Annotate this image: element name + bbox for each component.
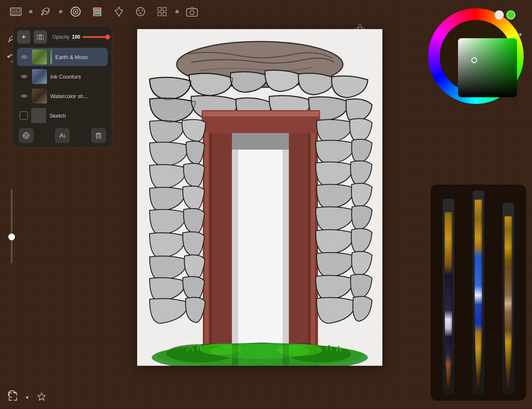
bottom-toolbar: •: [0, 386, 532, 409]
brush-button[interactable]: [66, 2, 85, 21]
svg-point-4: [41, 14, 43, 15]
svg-rect-16: [163, 7, 166, 11]
pens-tray: [431, 185, 526, 401]
grid-button[interactable]: [153, 2, 171, 21]
svg-point-23: [39, 37, 42, 39]
pen-2[interactable]: [475, 200, 482, 391]
svg-rect-10: [94, 14, 101, 16]
opacity-control[interactable]: Opacity 100: [52, 34, 108, 40]
camera-layer-button[interactable]: [34, 30, 47, 44]
layer-thumbnail: [31, 108, 46, 123]
svg-rect-15: [158, 7, 161, 11]
color-wheel-inner: [440, 20, 512, 92]
pen-1[interactable]: [445, 212, 452, 391]
pen-3[interactable]: [505, 216, 512, 391]
gallery-button[interactable]: [7, 2, 25, 21]
svg-point-12: [138, 10, 140, 11]
opacity-label: Opacity: [52, 34, 69, 40]
add-layer-button[interactable]: +: [17, 30, 30, 44]
canvas[interactable]: [137, 29, 382, 366]
svg-rect-53: [232, 150, 238, 366]
svg-rect-43: [232, 133, 289, 366]
svg-rect-42: [203, 111, 319, 116]
layer-name: Watercolor sh...: [50, 93, 105, 99]
svg-point-24: [23, 56, 25, 58]
layers-header: + Opacity 100: [17, 30, 108, 44]
pen-button[interactable]: [110, 2, 128, 21]
svg-rect-18: [163, 12, 166, 16]
layer-color-stripe: [50, 49, 52, 64]
dot1: [29, 10, 32, 13]
color-square[interactable]: [458, 38, 517, 97]
layer-visibility-eye[interactable]: [20, 72, 29, 81]
layer-thumbnail: [32, 49, 47, 64]
svg-point-14: [140, 12, 141, 14]
pen-holder-3: [502, 203, 514, 394]
dot3: [175, 10, 179, 13]
svg-rect-37: [210, 114, 212, 366]
camera-button[interactable]: [183, 2, 201, 21]
svg-rect-3: [12, 13, 20, 15]
layer-name: Earth & Moss: [55, 54, 105, 60]
svg-rect-2: [17, 9, 20, 12]
svg-rect-9: [94, 11, 101, 13]
pen-holder-2: [473, 190, 484, 394]
svg-rect-19: [187, 9, 197, 16]
bottom-dot: •: [26, 393, 29, 402]
svg-point-13: [141, 10, 143, 11]
svg-rect-40: [308, 114, 310, 366]
svg-rect-29: [96, 134, 101, 138]
svg-point-28: [25, 134, 27, 137]
layers-footer: [17, 128, 108, 143]
layer-settings-button[interactable]: [19, 128, 34, 143]
layer-row[interactable]: Watercolor sh...: [17, 87, 108, 105]
svg-point-25: [23, 76, 25, 78]
layer-visibility-eye[interactable]: [20, 52, 29, 62]
svg-point-11: [136, 7, 145, 16]
opacity-bar[interactable]: [83, 36, 108, 38]
layer-row[interactable]: Sketch: [17, 106, 108, 125]
svg-rect-17: [158, 12, 161, 16]
tools-button[interactable]: [37, 2, 55, 21]
layer-visibility-checkbox[interactable]: [20, 111, 28, 120]
svg-rect-52: [232, 133, 289, 150]
layer-row[interactable]: Ink Counturs: [17, 67, 108, 86]
redo-button[interactable]: [3, 386, 20, 402]
layer-delete-button[interactable]: [91, 128, 106, 143]
layer-name: Ink Counturs: [50, 74, 105, 80]
layer-clear-button[interactable]: [55, 128, 70, 143]
layer-thumbnail: [32, 89, 47, 103]
layer-row[interactable]: Earth & Moss: [17, 48, 108, 66]
dot2: [59, 10, 62, 13]
svg-rect-36: [204, 113, 209, 366]
favorites-button[interactable]: [37, 392, 46, 403]
layers-panel: + Opacity 100 Earth & Moss: [12, 26, 112, 148]
svg-rect-54: [283, 150, 289, 366]
svg-rect-1: [12, 9, 15, 12]
svg-point-26: [23, 95, 25, 97]
sparkle-icon[interactable]: ✦: [517, 31, 523, 39]
svg-rect-8: [94, 8, 101, 10]
svg-point-7: [75, 11, 76, 12]
layer-name: Sketch: [49, 113, 105, 119]
palette-button[interactable]: [131, 2, 150, 21]
layer-thumbnail: [32, 69, 47, 84]
opacity-value: 100: [72, 34, 80, 40]
top-toolbar: [0, 0, 532, 23]
svg-rect-39: [311, 113, 315, 366]
layers-button[interactable]: [88, 2, 106, 21]
svg-point-20: [190, 10, 194, 15]
pen-holder-1: [443, 199, 454, 394]
layer-visibility-eye[interactable]: [20, 91, 29, 101]
